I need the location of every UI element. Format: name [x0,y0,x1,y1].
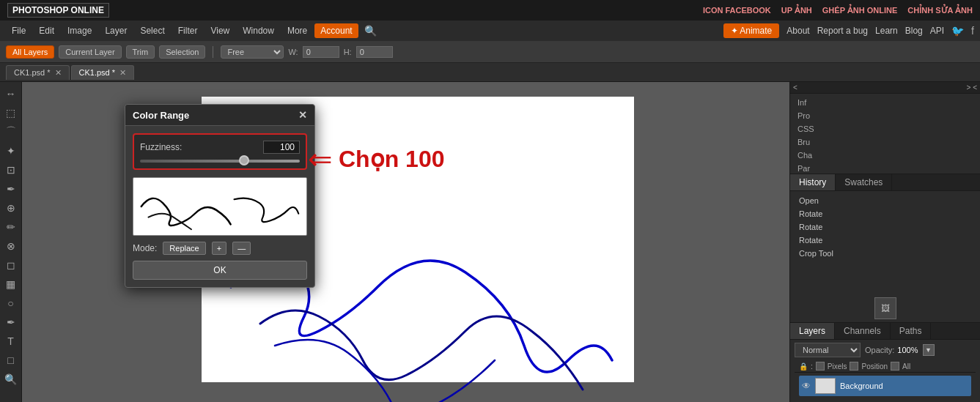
tab-history[interactable]: History [790,174,836,190]
lock-pixels-label: Pixels [828,362,847,371]
tab-label-second: CK1.psd * [79,68,116,77]
mode-replace-button[interactable]: Replace [163,242,205,255]
brand-link-up-anh[interactable]: UP ẢNH [781,6,812,15]
ok-button[interactable]: OK [133,261,307,280]
panel-image-icon: 🖼 [874,297,896,319]
api-link[interactable]: API [930,26,944,36]
about-link[interactable]: About [786,26,809,36]
tool-lasso[interactable]: ⌒ [2,123,20,141]
facebook-icon[interactable]: f [971,25,974,37]
menu-file[interactable]: File [6,23,32,38]
info-item-par[interactable]: Par [795,163,976,174]
h-input[interactable] [356,46,393,58]
lock-position-check[interactable] [850,362,858,371]
twitter-icon[interactable]: 🐦 [951,25,964,37]
tab-paths[interactable]: Paths [891,323,932,339]
brand-logo[interactable]: PHOTOSHOP ONLINE [7,3,109,18]
tool-eyedropper[interactable]: ✒ [2,180,20,198]
blend-mode-select[interactable]: Normal Multiply Screen [795,343,861,357]
menu-layer[interactable]: Layer [99,23,133,38]
tab-channels[interactable]: Channels [835,323,891,339]
history-rotate-3[interactable]: Rotate [795,234,976,247]
blog-link[interactable]: Blog [905,26,923,36]
tool-move[interactable]: ↔ [2,85,20,103]
preview-svg [133,178,306,235]
brand-link-icon-facebook[interactable]: ICON FACEBOOK [703,6,771,15]
brand-link-ghep-anh[interactable]: GHÉP ẢNH ONLINE [822,6,898,15]
tool-pen[interactable]: ✒ [2,313,20,331]
mode-subtract-button[interactable]: — [232,242,251,255]
fuzziness-thumb[interactable] [239,155,249,165]
report-bug-link[interactable]: Report a bug [817,26,868,36]
w-input[interactable] [303,46,339,58]
history-rotate-2[interactable]: Rotate [795,220,976,234]
mode-add-button[interactable]: + [212,242,226,255]
info-item-bru[interactable]: Bru [795,136,976,148]
lock-all-check[interactable] [891,362,899,371]
tool-selection-rect[interactable]: ⬚ [2,104,20,122]
panel-collapse-row: < > < [790,82,980,94]
tool-type[interactable]: T [2,332,20,350]
tab-swatches[interactable]: Swatches [836,174,892,190]
fuzziness-input[interactable] [263,141,300,154]
info-item-cha[interactable]: Cha [795,149,976,161]
mode-select[interactable]: Free Fixed Ratio Fixed Size [221,45,284,59]
history-open[interactable]: Open [795,194,976,207]
background-layer-row[interactable]: 👁 Background [799,376,971,396]
layer-visibility-eye[interactable]: 👁 [802,381,811,391]
panel-collapse-right[interactable]: > < [967,83,977,92]
history-crop-tool[interactable]: Crop Tool [795,247,976,260]
menu-image[interactable]: Image [62,23,97,38]
lock-pixels-check[interactable] [816,362,825,371]
menu-view[interactable]: View [205,23,235,38]
top-right-controls: ✦ Animate About Report a bug Learn Blog … [723,23,974,38]
menu-account[interactable]: Account [314,23,358,38]
info-item-css[interactable]: CSS [795,123,976,135]
left-toolbar: ↔ ⬚ ⌒ ✦ ⊡ ✒ ⊕ ✏ ⊗ ◻ ▦ ○ ✒ T □ 🔍 [0,82,22,402]
tool-crop[interactable]: ⊡ [2,161,20,179]
fuzziness-slider-track[interactable] [140,160,300,163]
history-rotate-1[interactable]: Rotate [795,207,976,220]
tool-dodge[interactable]: ○ [2,294,20,312]
tool-brush[interactable]: ✏ [2,218,20,236]
tool-magic-wand[interactable]: ✦ [2,142,20,160]
tool-clone[interactable]: ⊗ [2,237,20,255]
info-panel: Inf Pro CSS Bru Cha Par [790,94,980,174]
separator [213,46,213,58]
tab-ck1-first[interactable]: CK1.psd * ✕ [6,65,70,80]
annotation-text: Chọn 100 [339,145,444,173]
lock-row: 🔒 : Pixels Position All [795,360,976,373]
panel-collapse-left[interactable]: < [793,83,797,92]
tab-close-first[interactable]: ✕ [55,68,62,78]
info-item-pro[interactable]: Pro [795,110,976,122]
tool-shape[interactable]: □ [2,351,20,369]
dialog-title-bar: Color Range ✕ [125,105,314,126]
info-item-inf[interactable]: Inf [795,97,976,108]
tool-healing[interactable]: ⊕ [2,199,20,217]
fuzziness-box: Fuzziness: [133,133,307,170]
tab-layers[interactable]: Layers [790,323,835,339]
all-layers-button[interactable]: All Layers [6,45,54,59]
search-icon[interactable]: 🔍 [360,23,381,38]
tab-ck1-second[interactable]: CK1.psd * ✕ [71,65,135,80]
menu-select[interactable]: Select [134,23,170,38]
animate-button[interactable]: ✦ Animate [723,23,780,38]
menu-edit[interactable]: Edit [33,23,60,38]
brand-link-chinh-sua[interactable]: CHỈNH SỬA ẢNH [907,6,973,15]
menu-more[interactable]: More [281,23,313,38]
opacity-row: Opacity: 100% [865,346,918,354]
tool-zoom[interactable]: 🔍 [2,371,20,388]
fuzziness-row: Fuzziness: [140,141,300,154]
dialog-close-button[interactable]: ✕ [298,109,307,121]
current-layer-button[interactable]: Current Layer [59,45,121,59]
selection-button[interactable]: Selection [159,45,205,59]
arrow-icon: ⇐ [308,144,333,174]
menu-window[interactable]: Window [237,23,280,38]
trim-button[interactable]: Trim [126,45,155,59]
learn-link[interactable]: Learn [875,26,898,36]
opacity-dropdown-icon[interactable]: ▼ [923,344,935,356]
tool-eraser[interactable]: ◻ [2,256,20,274]
tool-gradient[interactable]: ▦ [2,275,20,293]
tab-close-second[interactable]: ✕ [119,68,126,78]
menu-filter[interactable]: Filter [172,23,204,38]
